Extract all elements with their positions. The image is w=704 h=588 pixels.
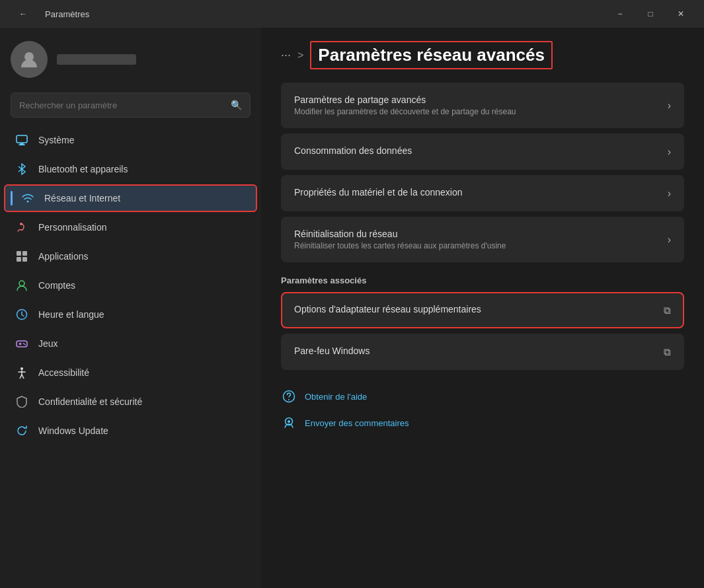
svg-point-17 bbox=[288, 399, 290, 400]
card-reinitialisation-text: Réinitialisation du réseau Réinitialiser… bbox=[294, 229, 660, 250]
main-header: ··· > Paramètres réseau avancés bbox=[261, 28, 704, 76]
titlebar-title: Paramètres bbox=[45, 9, 89, 19]
accessibility-icon bbox=[15, 365, 29, 380]
svg-rect-9 bbox=[22, 257, 27, 262]
sidebar-item-jeux[interactable]: Jeux bbox=[4, 330, 257, 357]
sidebar-label-jeux: Jeux bbox=[38, 338, 58, 349]
card-proprietes[interactable]: Propriétés du matériel et de la connexio… bbox=[281, 175, 684, 211]
profile-name-bar bbox=[57, 54, 136, 65]
help-link-aide-label: Obtenir de l'aide bbox=[305, 392, 367, 402]
external-icon-parefeu: ⧉ bbox=[664, 346, 671, 358]
help-link-feedback-label: Envoyer des commentaires bbox=[305, 418, 409, 428]
card-adaptateur-inner: Options d'adaptateur réseau supplémentai… bbox=[281, 292, 684, 328]
search-input[interactable] bbox=[19, 100, 231, 110]
card-proprietes-inner: Propriétés du matériel et de la connexio… bbox=[281, 175, 684, 211]
svg-rect-8 bbox=[17, 257, 21, 262]
sidebar-item-reseau[interactable]: Réseau et Internet bbox=[4, 184, 257, 212]
svg-rect-1 bbox=[17, 135, 27, 143]
card-parefeu-inner: Pare-feu Windows ⧉ bbox=[281, 334, 684, 370]
titlebar-left: ← Paramètres bbox=[8, 3, 89, 24]
close-button[interactable]: ✕ bbox=[666, 3, 696, 24]
card-donnees-text: Consommation des données bbox=[294, 145, 660, 158]
sidebar-item-confidentialite[interactable]: Confidentialité et sécurité bbox=[4, 388, 257, 416]
svg-point-4 bbox=[27, 201, 29, 203]
card-parefeu-text: Pare-feu Windows bbox=[294, 346, 656, 358]
titlebar: ← Paramètres − □ ✕ bbox=[0, 0, 704, 28]
back-button[interactable]: ← bbox=[8, 3, 38, 24]
card-parefeu[interactable]: Pare-feu Windows ⧉ bbox=[281, 334, 684, 370]
card-partage-title: Paramètres de partage avancés bbox=[294, 94, 660, 105]
active-indicator bbox=[11, 191, 13, 205]
sidebar-label-update: Windows Update bbox=[38, 425, 108, 436]
sidebar: 🔍 Système Blue bbox=[0, 28, 261, 588]
card-donnees-title: Consommation des données bbox=[294, 145, 660, 156]
svg-rect-12 bbox=[17, 341, 27, 347]
page-title-wrapper: Paramètres réseau avancés bbox=[310, 41, 553, 69]
sidebar-label-personnalisation: Personnalisation bbox=[38, 222, 107, 233]
search-icon: 🔍 bbox=[231, 100, 242, 110]
card-adaptateur-title: Options d'adaptateur réseau supplémentai… bbox=[294, 304, 656, 314]
card-reinitialisation-title: Réinitialisation du réseau bbox=[294, 229, 660, 239]
main-content-area: ··· > Paramètres réseau avancés Paramètr… bbox=[261, 28, 704, 588]
card-proprietes-title: Propriétés du matériel et de la connexio… bbox=[294, 187, 660, 198]
breadcrumb-dots[interactable]: ··· bbox=[281, 48, 291, 62]
chevron-icon-proprietes: › bbox=[668, 188, 671, 200]
sidebar-label-accessibilite: Accessibilité bbox=[38, 367, 89, 378]
card-donnees[interactable]: Consommation des données › bbox=[281, 133, 684, 170]
sidebar-item-applications[interactable]: Applications bbox=[4, 242, 257, 270]
related-section-title: Paramètres associés bbox=[281, 276, 684, 285]
search-box[interactable]: 🔍 bbox=[11, 92, 251, 118]
svg-rect-3 bbox=[19, 145, 25, 146]
card-reinitialisation[interactable]: Réinitialisation du réseau Réinitialiser… bbox=[281, 217, 684, 262]
card-proprietes-text: Propriétés du matériel et de la connexio… bbox=[294, 187, 660, 200]
svg-point-13 bbox=[23, 343, 24, 344]
sidebar-label-bluetooth: Bluetooth et appareils bbox=[38, 164, 128, 174]
page-title: Paramètres réseau avancés bbox=[318, 45, 545, 65]
main-content: Paramètres de partage avancés Modifier l… bbox=[261, 76, 704, 452]
sidebar-label-reseau: Réseau et Internet bbox=[44, 193, 120, 203]
apps-icon bbox=[15, 249, 29, 264]
maximize-button[interactable]: □ bbox=[635, 3, 666, 24]
game-icon bbox=[15, 336, 29, 351]
sidebar-item-update[interactable]: Windows Update bbox=[4, 417, 257, 445]
card-adaptateur-text: Options d'adaptateur réseau supplémentai… bbox=[294, 304, 656, 316]
sidebar-item-systeme[interactable]: Système bbox=[4, 126, 257, 154]
chevron-icon-donnees: › bbox=[668, 146, 671, 158]
breadcrumb-separator: > bbox=[297, 50, 303, 61]
svg-point-14 bbox=[24, 344, 26, 346]
sidebar-item-personnalisation[interactable]: Personnalisation bbox=[4, 213, 257, 241]
card-partage-desc: Modifier les paramètres de découverte et… bbox=[294, 107, 660, 116]
sidebar-item-bluetooth[interactable]: Bluetooth et appareils bbox=[4, 155, 257, 183]
svg-point-5 bbox=[20, 223, 22, 225]
card-adaptateur[interactable]: Options d'adaptateur réseau supplémentai… bbox=[281, 292, 684, 328]
card-partage-text: Paramètres de partage avancés Modifier l… bbox=[294, 94, 660, 116]
user-icon bbox=[15, 278, 29, 293]
card-reinitialisation-desc: Réinitialiser toutes les cartes réseau a… bbox=[294, 241, 660, 250]
external-icon-adaptateur: ⧉ bbox=[664, 305, 671, 316]
card-partage[interactable]: Paramètres de partage avancés Modifier l… bbox=[281, 83, 684, 128]
bluetooth-icon bbox=[15, 162, 29, 176]
avatar bbox=[11, 41, 48, 78]
card-parefeu-title: Pare-feu Windows bbox=[294, 346, 656, 356]
svg-rect-7 bbox=[22, 251, 27, 256]
card-partage-inner: Paramètres de partage avancés Modifier l… bbox=[281, 83, 684, 128]
chevron-icon-reinitialisation: › bbox=[668, 234, 671, 246]
help-link-aide[interactable]: Obtenir de l'aide bbox=[281, 386, 684, 407]
help-icon bbox=[281, 388, 297, 404]
sidebar-label-confidentialite: Confidentialité et sécurité bbox=[38, 396, 142, 407]
wifi-icon bbox=[20, 191, 35, 205]
clock-icon bbox=[15, 307, 29, 322]
minimize-button[interactable]: − bbox=[605, 3, 635, 24]
monitor-icon bbox=[15, 133, 29, 147]
help-link-feedback[interactable]: Envoyer des commentaires bbox=[281, 412, 684, 433]
sidebar-label-applications: Applications bbox=[38, 251, 89, 262]
update-icon bbox=[15, 423, 29, 438]
sidebar-item-heure[interactable]: Heure et langue bbox=[4, 301, 257, 328]
help-section: Obtenir de l'aide Envoyer des commentair… bbox=[281, 375, 684, 439]
sidebar-item-comptes[interactable]: Comptes bbox=[4, 272, 257, 299]
card-reinitialisation-inner: Réinitialisation du réseau Réinitialiser… bbox=[281, 217, 684, 262]
sidebar-item-accessibilite[interactable]: Accessibilité bbox=[4, 359, 257, 386]
svg-point-15 bbox=[20, 367, 23, 370]
svg-point-19 bbox=[288, 420, 290, 423]
sidebar-label-systeme: Système bbox=[38, 135, 74, 145]
